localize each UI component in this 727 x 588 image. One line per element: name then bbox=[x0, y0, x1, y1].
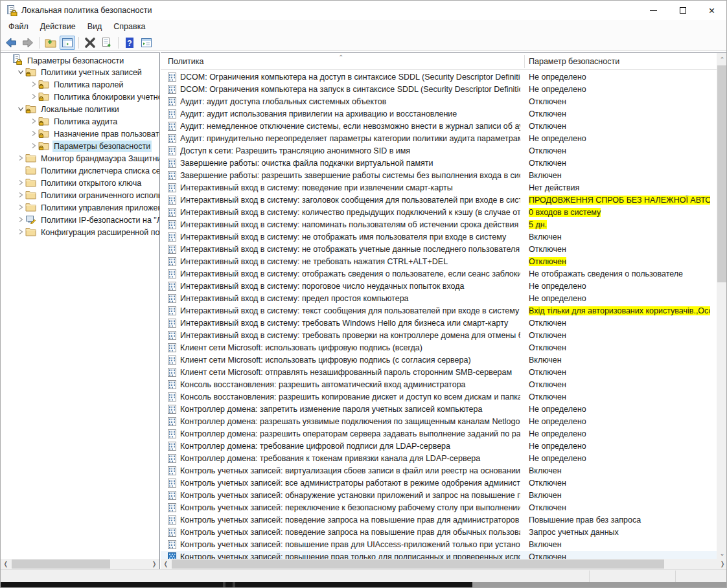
scrollbar-thumb[interactable] bbox=[717, 65, 727, 282]
tree-item[interactable]: Политика аудита bbox=[1, 116, 159, 128]
table-row[interactable]: Контроль учетных записей: переключение к… bbox=[161, 502, 717, 514]
table-row[interactable]: Контроллер домена: требование цифровой п… bbox=[161, 440, 717, 453]
table-row[interactable]: Контроль учетных записей: поведение запр… bbox=[161, 526, 717, 539]
table-row[interactable]: Интерактивный вход в систему: требовать … bbox=[161, 330, 717, 342]
tree-item[interactable]: Конфигурация расширенной политики аудита bbox=[1, 227, 159, 239]
chevron-right-icon[interactable] bbox=[16, 227, 25, 239]
scrollbar-thumb[interactable] bbox=[172, 560, 664, 569]
tree-item[interactable]: Параметры безопасности bbox=[1, 54, 159, 67]
close-button[interactable]: ✕ bbox=[697, 1, 726, 20]
policy-name: Интерактивный вход в систему: заголовок … bbox=[180, 194, 520, 207]
table-row[interactable]: Завершение работы: очистка файла подкачк… bbox=[161, 157, 717, 170]
table-row[interactable]: DCOM: Ограничения компьютера на доступ в… bbox=[161, 71, 717, 84]
table-row[interactable]: Интерактивный вход в систему: отображать… bbox=[161, 268, 717, 280]
chevron-down-icon[interactable] bbox=[16, 104, 25, 116]
column-divider[interactable] bbox=[524, 55, 525, 68]
table-row[interactable]: Контроль учетных записей: повышение прав… bbox=[161, 539, 717, 551]
export-list-icon[interactable] bbox=[99, 36, 115, 50]
back-icon[interactable] bbox=[3, 36, 19, 50]
scrollbar-thumb[interactable] bbox=[12, 560, 110, 569]
forward-icon[interactable] bbox=[20, 36, 36, 50]
tree-item[interactable]: Локальные политики bbox=[1, 104, 159, 116]
table-row[interactable]: Контроль учетных записей: виртуализация … bbox=[161, 465, 717, 477]
chevron-right-icon[interactable] bbox=[29, 116, 38, 128]
column-header-policy[interactable]: Политика bbox=[168, 57, 203, 66]
table-row[interactable]: Аудит: аудит использования привилегии на… bbox=[161, 108, 717, 120]
table-row[interactable]: Интерактивный вход в систему: не требова… bbox=[161, 256, 717, 268]
table-row[interactable]: Интерактивный вход в систему: не отображ… bbox=[161, 243, 717, 256]
table-row[interactable]: Консоль восстановления: разрешить автома… bbox=[161, 379, 717, 391]
table-row[interactable]: Контроль учетных записей: обнаружение ус… bbox=[161, 490, 717, 502]
tree-item[interactable]: Параметры безопасности bbox=[1, 141, 159, 153]
chevron-right-icon[interactable] bbox=[29, 91, 38, 104]
console-tree-icon[interactable] bbox=[60, 36, 75, 50]
scroll-right-icon[interactable]: ❭ bbox=[149, 559, 159, 569]
tree-item[interactable]: Политики учетных записей bbox=[1, 67, 159, 79]
maximize-button[interactable] bbox=[668, 1, 697, 20]
policy-name: Интерактивный вход в систему: поведение … bbox=[180, 182, 520, 194]
table-row[interactable]: Доступ к сети: Разрешить трансляцию анон… bbox=[161, 145, 717, 157]
tree-item[interactable]: Назначение прав пользователя bbox=[1, 128, 159, 141]
chevron-right-icon[interactable] bbox=[16, 202, 25, 214]
table-row[interactable]: Контроллер домена: разрешить операторам … bbox=[161, 428, 717, 440]
table-row[interactable]: Контроллер домена: требования к токенам … bbox=[161, 453, 717, 465]
chevron-right-icon[interactable] bbox=[29, 128, 38, 141]
vertical-scrollbar[interactable]: ⌃ ⌄ bbox=[717, 53, 727, 560]
column-header-security-setting[interactable]: Параметр безопасности bbox=[529, 57, 619, 66]
tree-item[interactable]: Политики ограниченного использования про… bbox=[1, 190, 159, 202]
chevron-right-icon[interactable] bbox=[16, 177, 25, 190]
scroll-left-icon[interactable]: ❬ bbox=[1, 559, 11, 569]
table-row[interactable]: Аудит: немедленное отключение системы, е… bbox=[161, 120, 717, 133]
table-row[interactable]: Консоль восстановления: разрешить копиро… bbox=[161, 391, 717, 403]
tree-item[interactable]: Политика блокировки учетной записи bbox=[1, 91, 159, 104]
table-row[interactable]: Аудит: аудит доступа глобальных системны… bbox=[161, 96, 717, 108]
tree-horizontal-scrollbar[interactable]: ❬ ❭ bbox=[1, 559, 159, 569]
chevron-right-icon[interactable] bbox=[29, 79, 38, 91]
table-row[interactable]: Интерактивный вход в систему: требовать … bbox=[161, 317, 717, 330]
minimize-button[interactable] bbox=[639, 1, 668, 20]
table-row[interactable]: Завершение работы: разрешить завершение … bbox=[161, 170, 717, 182]
delete-icon[interactable] bbox=[82, 36, 98, 50]
chevron-right-icon[interactable] bbox=[16, 153, 25, 165]
menu-item-1[interactable]: Действие bbox=[34, 20, 82, 33]
table-row[interactable]: Интерактивный вход в систему: предел про… bbox=[161, 293, 717, 305]
table-row[interactable]: Контроль учетных записей: все администра… bbox=[161, 477, 717, 490]
table-row[interactable]: Интерактивный вход в систему: текст сооб… bbox=[161, 305, 717, 317]
menu-item-2[interactable]: Вид bbox=[82, 20, 108, 33]
tree-item[interactable]: Политики диспетчера списка сетей bbox=[1, 165, 159, 177]
menu-item-0[interactable]: Файл bbox=[3, 20, 34, 33]
scroll-right-icon[interactable]: ❭ bbox=[717, 559, 727, 569]
table-row[interactable]: Контроль учетных записей: поведение запр… bbox=[161, 514, 717, 526]
table-row[interactable]: Интерактивный вход в систему: количество… bbox=[161, 207, 717, 219]
table-row[interactable]: Интерактивный вход в систему: пороговое … bbox=[161, 280, 717, 293]
tree-item[interactable]: Политики открытого ключа bbox=[1, 177, 159, 190]
scroll-up-icon[interactable]: ⌃ bbox=[717, 54, 727, 65]
table-row[interactable]: Интерактивный вход в систему: заголовок … bbox=[161, 194, 717, 207]
tree-item[interactable]: Политики IP-безопасности на "Локальный к… bbox=[1, 214, 159, 227]
tree-item[interactable]: Политики управления приложениями bbox=[1, 202, 159, 214]
policy-value: Включен bbox=[529, 231, 710, 243]
tree-item[interactable]: Монитор брандмауэра Защитника Windows bbox=[1, 153, 159, 165]
show-properties-icon[interactable] bbox=[139, 36, 154, 50]
table-row[interactable]: Контроллер домена: запретить изменение п… bbox=[161, 403, 717, 416]
table-row[interactable]: Клиент сети Microsoft: использовать цифр… bbox=[161, 342, 717, 354]
table-row[interactable]: Интерактивный вход в систему: поведение … bbox=[161, 182, 717, 194]
table-row[interactable]: Интерактивный вход в систему: напоминать… bbox=[161, 219, 717, 231]
table-row[interactable]: Клиент сети Microsoft: использовать цифр… bbox=[161, 354, 717, 367]
table-row[interactable]: Клиент сети Microsoft: отправлять незаши… bbox=[161, 367, 717, 379]
chevron-right-icon[interactable] bbox=[16, 214, 25, 227]
tree-item[interactable]: Политика паролей bbox=[1, 79, 159, 91]
chevron-right-icon[interactable] bbox=[29, 141, 38, 153]
table-row[interactable]: DCOM: Ограничения компьютера на запуск в… bbox=[161, 84, 717, 96]
up-one-level-icon[interactable] bbox=[43, 36, 58, 50]
list-horizontal-scrollbar[interactable]: ❬ ❭ bbox=[161, 559, 727, 569]
chevron-down-icon[interactable] bbox=[16, 67, 25, 79]
menu-item-3[interactable]: Справка bbox=[108, 20, 151, 33]
help-icon[interactable]: ? bbox=[122, 36, 137, 50]
scroll-left-icon[interactable]: ❬ bbox=[161, 559, 171, 569]
chevron-right-icon[interactable] bbox=[16, 190, 25, 202]
table-row[interactable]: Контроллер домена: разрешать уязвимые по… bbox=[161, 416, 717, 428]
table-row[interactable]: Аудит: принудительно переопределяет пара… bbox=[161, 133, 717, 145]
scroll-down-icon[interactable]: ⌄ bbox=[717, 548, 727, 560]
table-row[interactable]: Интерактивный вход в систему: не отображ… bbox=[161, 231, 717, 243]
